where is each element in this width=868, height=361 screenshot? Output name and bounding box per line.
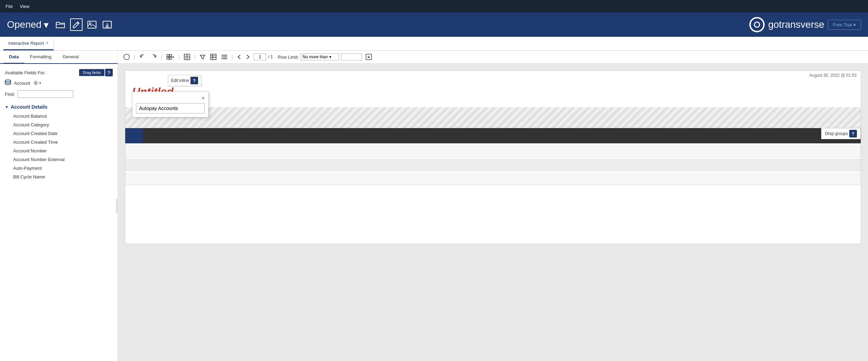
field-account-number[interactable]: Account Number [5,146,113,155]
tab-close-button[interactable]: × [46,41,49,45]
drop-groups-tooltip: Drop groups ? [821,128,861,139]
account-label: Account [14,81,30,86]
main-panel: | | [118,51,868,361]
available-fields-label: Available Fields For: [5,70,46,75]
svg-rect-8 [167,57,169,59]
file-menu[interactable]: File [6,4,13,9]
panel-content: Available Fields For: Drag fields ? [0,64,118,361]
drop-groups-label: Drop groups [825,131,848,136]
opened-dropdown-arrow[interactable]: ▾ [44,19,49,31]
row-limit-value-input[interactable] [341,53,362,60]
tab-interactive-report[interactable]: Interactive Report × [3,37,54,50]
field-auto-payment[interactable]: Auto-Payment [5,164,113,173]
svg-point-5 [124,54,129,60]
grid-snap-button[interactable] [182,53,192,61]
field-account-created-time[interactable]: Account Created Time [5,138,113,146]
field-account-balance[interactable]: Account Balance [5,112,113,120]
snap-button[interactable]: ▾ [165,53,176,61]
tab-label: Interactive Report [8,41,44,46]
open-folder-button[interactable] [54,19,67,30]
separator-1: | [134,54,135,60]
row-limit-option: No more than [303,54,328,59]
svg-point-3 [5,80,11,82]
svg-point-4 [35,82,36,84]
main-toolbar: Opened ▾ [0,12,868,37]
edit-inline-help-button[interactable]: ? [190,77,198,84]
drop-zone-striped [125,107,861,128]
tab-formatting[interactable]: Formatting [24,51,57,64]
row-limit-dropdown[interactable]: No more than ▾ [301,53,339,60]
image-button[interactable] [86,19,98,30]
svg-rect-0 [88,21,96,28]
svg-rect-6 [167,54,169,57]
opened-label: Opened [7,19,42,30]
section-arrow: ▼ [5,105,9,109]
redo-button[interactable] [149,53,158,61]
row-limit-label: Row Limit: [278,54,299,60]
undo-button[interactable] [138,53,147,61]
drop-groups-help-button[interactable]: ? [849,130,857,137]
timestamp: August 30, 2022 @ 01:53 [125,71,861,80]
page-total-label: / 1 [268,54,273,59]
report-toolbar: | | [118,51,868,64]
export-report-button[interactable] [364,53,374,61]
header-left-bar [125,128,143,143]
separator-2: | [161,54,162,60]
section-account-details[interactable]: ▼ Account Details [5,102,113,112]
column-header-bar: Drop groups ? [125,128,861,143]
find-row: Find: [5,90,113,98]
separator-4: | [194,54,196,60]
available-fields-row: Available Fields For: Drag fields ? [5,69,113,76]
next-page-button[interactable] [245,54,252,60]
toolbar-left: Opened ▾ [7,18,113,31]
left-panel: Data Formatting General Available Fields… [0,51,118,361]
page-number-input[interactable] [254,53,266,60]
filter-button[interactable] [198,53,207,60]
edit-popup-header: × [136,95,205,101]
tab-data[interactable]: Data [3,51,24,64]
logo-area: gotransverse Free Trial ▾ [749,17,861,32]
separator-5: | [232,54,233,60]
data-row-1 [125,145,861,157]
view-menu[interactable]: View [20,4,29,9]
account-row: Account ▾ [5,79,113,87]
find-label: Find: [5,92,15,97]
svg-point-1 [89,23,91,24]
edit-inline-tooltip: Edit inline ? [168,75,201,86]
svg-rect-11 [211,54,216,60]
field-bill-cycle-name[interactable]: Bill Cycle Name [5,173,113,181]
tab-general[interactable]: General [57,51,84,64]
data-row-3 [125,173,861,185]
toolbar-icons [54,18,113,31]
free-trial-button[interactable]: Free Trial ▾ [828,20,861,30]
svg-rect-9 [170,57,172,59]
edit-button[interactable] [70,18,83,31]
panel-tabs: Data Formatting General [0,51,118,64]
db-icon [5,79,11,87]
field-account-created-date[interactable]: Account Created Date [5,129,113,138]
gear-button[interactable]: ▾ [33,80,41,86]
new-report-button[interactable] [122,53,131,61]
popup-close-button[interactable]: × [202,95,205,101]
report-area: August 30, 2022 @ 01:53 Untitled Edit in… [118,64,868,361]
popup-title-input[interactable] [136,103,205,114]
field-account-number-external[interactable]: Account Number External [5,155,113,164]
logo-inner [754,22,760,28]
content-area: Data Formatting General Available Fields… [0,51,868,361]
export-button[interactable] [101,19,113,30]
edit-popup: × [132,92,209,117]
list-view-button[interactable] [220,53,229,60]
drag-fields-button[interactable]: Drag fields [79,69,104,76]
drag-fields-help-button[interactable]: ? [105,69,113,76]
field-account-category[interactable]: Account Category [5,120,113,129]
edit-inline-label: Edit inline [171,78,189,83]
report-canvas: August 30, 2022 @ 01:53 Untitled Edit in… [125,70,861,244]
logo-icon [749,17,765,32]
find-input[interactable] [18,90,73,98]
separator-3: | [178,54,180,60]
section-label: Account Details [11,104,48,110]
table-view-button[interactable] [209,53,218,61]
svg-rect-7 [170,54,172,57]
tab-bar: Interactive Report × [0,37,868,51]
prev-page-button[interactable] [236,54,242,60]
